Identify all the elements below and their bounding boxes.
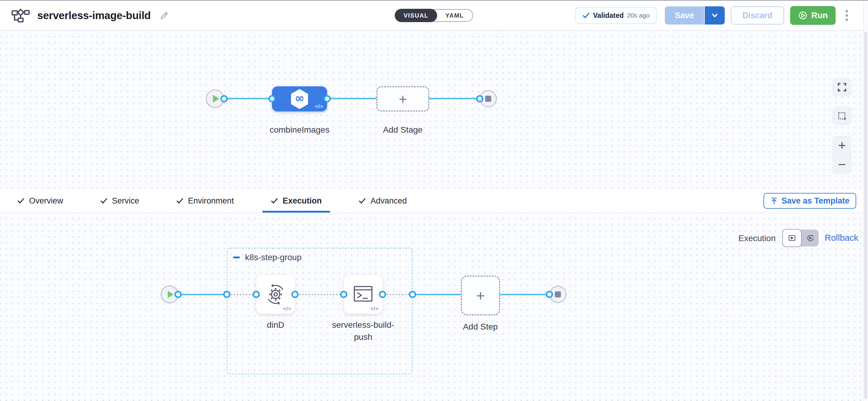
plus-icon: + — [399, 92, 407, 106]
wire-addstep-to-end — [500, 294, 550, 295]
add-stage-node[interactable]: + — [376, 86, 429, 112]
add-step-label[interactable]: Add Step — [420, 321, 541, 333]
validated-badge[interactable]: Validated 20s ago — [575, 7, 657, 24]
select-region-button[interactable] — [832, 106, 851, 125]
save-options-button[interactable] — [705, 6, 725, 25]
add-step-node[interactable]: + — [461, 276, 500, 315]
serverless-out-port[interactable] — [379, 291, 386, 298]
pipeline-studio: serverless-image-build VISUAL YAML Valid… — [0, 0, 868, 401]
execution-mode-button[interactable] — [782, 229, 802, 247]
header: serverless-image-build VISUAL YAML Valid… — [0, 1, 868, 31]
execution-mode-label: Execution — [738, 234, 776, 243]
step-label-serverless[interactable]: serverless-build-push — [330, 319, 397, 343]
stop-icon — [555, 291, 561, 298]
tab-service[interactable]: Service — [92, 189, 148, 213]
stage-node-combineimages[interactable]: ∞ </> — [272, 86, 327, 112]
fullscreen-icon — [837, 83, 846, 92]
tab-advanced[interactable]: Advanced — [350, 189, 415, 213]
edit-title-icon[interactable] — [159, 10, 169, 20]
dind-in-port[interactable] — [253, 291, 260, 298]
step-group-name[interactable]: k8s-step-group — [245, 253, 302, 262]
upload-icon — [770, 197, 778, 205]
start-port[interactable] — [220, 95, 228, 102]
rollback-icon — [806, 234, 815, 242]
execution-start-port[interactable] — [175, 291, 182, 298]
step-group-header: k8s-step-group — [233, 253, 302, 262]
chevron-down-icon — [711, 11, 719, 20]
more-options-button[interactable] — [844, 8, 850, 23]
header-title-group: serverless-image-build — [11, 8, 169, 23]
stage-canvas[interactable]: ∞ </> + combineImages Add Stage + — [0, 31, 868, 189]
serverless-in-port[interactable] — [340, 291, 347, 298]
step-group-k8s[interactable] — [227, 248, 412, 374]
fit-to-screen-button[interactable] — [832, 78, 851, 97]
vertical-scrollbar[interactable] — [864, 1, 868, 401]
docker-in-docker-gear-icon — [264, 283, 287, 306]
validated-time: 20s ago — [627, 12, 650, 19]
discard-button[interactable]: Discard — [731, 6, 784, 25]
end-port[interactable] — [476, 95, 484, 102]
tab-overview[interactable]: Overview — [9, 189, 72, 213]
run-button[interactable]: Run — [790, 6, 836, 25]
pipeline-icon — [11, 8, 30, 23]
visual-yaml-toggle: VISUAL YAML — [395, 9, 473, 22]
check-icon — [176, 197, 184, 205]
run-script-terminal-icon — [353, 285, 373, 304]
stop-icon — [485, 96, 491, 102]
check-icon — [100, 197, 107, 205]
save-button[interactable]: Save — [665, 6, 705, 25]
step-code-icon[interactable]: </> — [370, 306, 379, 312]
add-stage-label[interactable]: Add Stage — [342, 124, 463, 136]
collapse-group-icon[interactable] — [233, 256, 240, 258]
stage-tabbar: Overview Service Environment Execution A… — [0, 189, 868, 213]
step-code-icon[interactable]: </> — [283, 306, 291, 312]
stage-out-port[interactable] — [323, 95, 331, 102]
zoom-out-button[interactable]: − — [838, 158, 846, 171]
toggle-visual[interactable]: VISUAL — [395, 9, 437, 22]
execution-end-port[interactable] — [546, 291, 553, 298]
group-in-port[interactable] — [223, 291, 230, 298]
group-out-port[interactable] — [409, 291, 416, 298]
toggle-yaml[interactable]: YAML — [437, 9, 473, 22]
execution-rollback-toggle — [783, 229, 818, 247]
start-play-icon — [213, 95, 219, 103]
wire-group-to-addstep — [412, 294, 462, 295]
check-icon — [17, 197, 25, 205]
rollback-link[interactable]: Rollback — [825, 233, 858, 243]
save-as-template-button[interactable]: Save as Template — [764, 193, 856, 209]
dind-out-port[interactable] — [291, 291, 299, 298]
page-title: serverless-image-build — [37, 9, 151, 22]
save-split-button: Save — [665, 6, 725, 25]
scrollbar-thumb[interactable] — [864, 31, 867, 399]
ci-stage-icon: ∞ — [290, 88, 309, 110]
wire-stage-to-addstage — [327, 98, 377, 99]
wire-addstage-to-end — [429, 98, 480, 99]
plus-icon: + — [476, 288, 485, 303]
tab-execution[interactable]: Execution — [262, 189, 330, 213]
run-label: Run — [811, 10, 828, 20]
svg-text:∞: ∞ — [295, 91, 304, 105]
stage-code-icon[interactable]: </> — [315, 103, 323, 110]
zoom-controls: + − — [832, 136, 851, 174]
check-icon — [582, 12, 590, 19]
execution-play-icon — [788, 234, 796, 242]
step-label-dind[interactable]: dinD — [215, 319, 336, 331]
stage-label[interactable]: combineImages — [239, 124, 360, 136]
stage-in-port[interactable] — [268, 95, 276, 102]
zoom-in-button[interactable]: + — [838, 139, 846, 152]
rollback-mode-button[interactable] — [802, 229, 818, 247]
marquee-select-icon — [837, 112, 846, 121]
validated-label: Validated — [593, 11, 624, 20]
tab-environment[interactable]: Environment — [168, 189, 243, 213]
execution-canvas[interactable]: Execution Rollback — [0, 213, 868, 401]
check-icon — [359, 197, 366, 205]
check-icon — [271, 197, 278, 205]
wire-start-to-group — [178, 294, 227, 295]
header-actions: Validated 20s ago Save Discard Run — [575, 6, 850, 25]
step-node-serverless-build-push[interactable]: </> — [344, 275, 382, 314]
step-node-dind[interactable]: </> — [256, 275, 295, 314]
wire-start-to-stage — [224, 98, 273, 99]
start-play-icon — [168, 291, 174, 298]
run-play-icon — [798, 10, 808, 20]
